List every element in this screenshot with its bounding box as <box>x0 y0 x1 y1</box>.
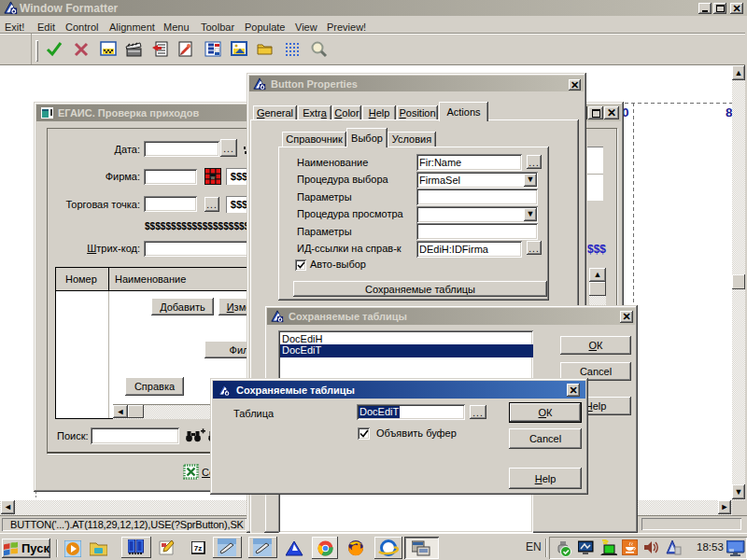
svg-text:7z: 7z <box>194 544 202 553</box>
svg-text:w: w <box>210 175 216 180</box>
